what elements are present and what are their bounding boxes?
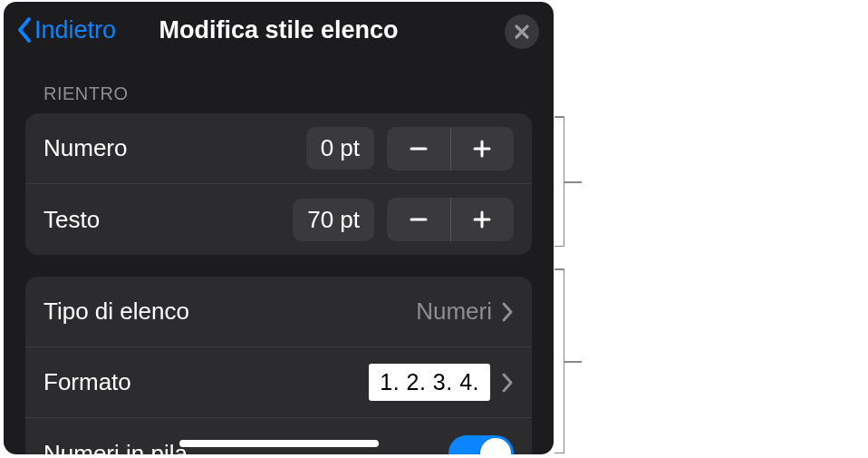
number-indent-decrease[interactable]	[387, 127, 451, 171]
format-sample: 1. 2. 3. 4.	[369, 364, 490, 401]
toggle-knob	[480, 438, 511, 454]
indent-group: Numero 0 pt Testo 70 pt	[25, 113, 532, 255]
chevron-left-icon	[16, 16, 33, 44]
row-label: Numero	[43, 134, 306, 162]
plus-icon	[471, 138, 493, 160]
close-icon	[514, 24, 530, 40]
edit-list-style-panel: Indietro Modifica stile elenco RIENTRO N…	[4, 2, 554, 454]
text-indent-increase[interactable]	[451, 198, 515, 241]
list-type-value: Numeri	[416, 297, 492, 326]
callout-bracket	[564, 116, 564, 247]
home-indicator	[179, 440, 379, 447]
chevron-right-icon	[501, 372, 514, 394]
minus-icon	[408, 209, 429, 230]
list-options-group: Tipo di elenco Numeri Formato 1. 2. 3. 4…	[25, 277, 532, 454]
plus-icon	[471, 209, 493, 230]
row-format[interactable]: Formato 1. 2. 3. 4.	[25, 347, 532, 418]
text-indent-decrease[interactable]	[387, 198, 451, 241]
row-label: Formato	[43, 368, 369, 396]
minus-icon	[408, 138, 429, 160]
back-label: Indietro	[34, 16, 116, 44]
text-indent-stepper	[387, 198, 514, 241]
tiered-numbers-toggle[interactable]	[448, 435, 514, 454]
panel-header: Indietro Modifica stile elenco	[4, 2, 554, 58]
callout-bracket	[564, 268, 564, 453]
row-text-indent: Testo 70 pt	[25, 184, 532, 255]
row-tiered-numbers: Numeri in pila	[25, 418, 532, 454]
number-indent-value: 0 pt	[306, 127, 374, 170]
number-indent-stepper	[387, 127, 514, 171]
number-indent-increase[interactable]	[451, 127, 515, 171]
row-label: Tipo di elenco	[43, 297, 416, 326]
back-button[interactable]: Indietro	[16, 16, 116, 44]
close-button[interactable]	[505, 15, 539, 49]
text-indent-value: 70 pt	[293, 199, 374, 241]
section-header-indent: RIENTRO	[4, 58, 554, 113]
row-label: Testo	[43, 206, 293, 234]
row-list-type[interactable]: Tipo di elenco Numeri	[25, 277, 532, 347]
row-number-indent: Numero 0 pt	[25, 113, 532, 184]
chevron-right-icon	[501, 301, 514, 323]
